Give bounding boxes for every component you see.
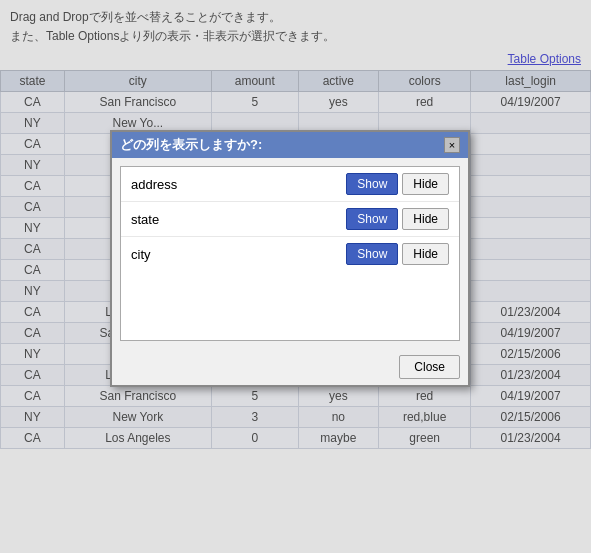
modal-title-bar: どの列を表示しますか?: × bbox=[112, 132, 468, 158]
hide-button-state[interactable]: Hide bbox=[402, 208, 449, 230]
column-row-city: cityShowHide bbox=[121, 237, 459, 271]
show-button-state[interactable]: Show bbox=[346, 208, 398, 230]
modal-close-button[interactable]: Close bbox=[399, 355, 460, 379]
show-button-city[interactable]: Show bbox=[346, 243, 398, 265]
column-name-label: address bbox=[131, 177, 346, 192]
column-name-label: state bbox=[131, 212, 346, 227]
column-row-state: stateShowHide bbox=[121, 202, 459, 237]
column-name-label: city bbox=[131, 247, 346, 262]
modal-close-x-button[interactable]: × bbox=[444, 137, 460, 153]
hide-button-address[interactable]: Hide bbox=[402, 173, 449, 195]
modal-footer: Close bbox=[112, 349, 468, 385]
column-row-address: addressShowHide bbox=[121, 167, 459, 202]
modal-body: addressShowHidestateShowHidecityShowHide bbox=[112, 158, 468, 349]
column-visibility-modal: どの列を表示しますか?: × addressShowHidestateShowH… bbox=[110, 130, 470, 387]
show-button-address[interactable]: Show bbox=[346, 173, 398, 195]
modal-scroll-area[interactable]: addressShowHidestateShowHidecityShowHide bbox=[120, 166, 460, 341]
modal-title: どの列を表示しますか?: bbox=[120, 136, 262, 154]
hide-button-city[interactable]: Hide bbox=[402, 243, 449, 265]
